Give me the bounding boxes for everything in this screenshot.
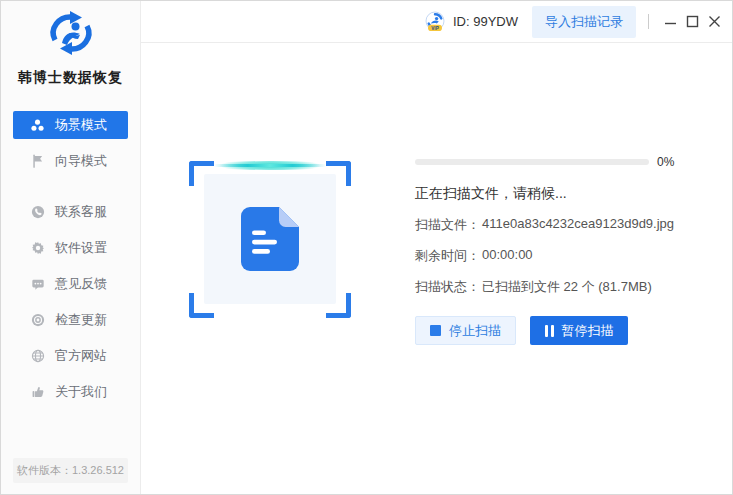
titlebar: VIP ID: 99YDW 导入扫描记录 (141, 1, 732, 43)
pause-icon (545, 325, 554, 337)
detail-row-scan-state: 扫描状态： 已扫描到文件 22 个 (81.7MB) (415, 278, 715, 296)
flag-icon (30, 154, 45, 169)
sidebar-menu: 场景模式 向导模式 联系客服 软件设置 (1, 111, 140, 406)
scan-page: 0% 正在扫描文件，请稍候... 扫描文件： 411e0a83c4232cea9… (141, 43, 732, 494)
document-file-icon (241, 207, 299, 271)
scan-actions: 停止扫描 暂停扫描 (415, 316, 715, 345)
sidebar-item-check-updates[interactable]: 检查更新 (13, 306, 128, 334)
main-area: VIP ID: 99YDW 导入扫描记录 (141, 1, 732, 494)
scan-frame (189, 161, 351, 318)
detail-row-current-file: 扫描文件： 411e0a83c4232cea9123d9d9.jpg (415, 216, 715, 234)
progress-bar (415, 159, 649, 165)
sidebar-item-feedback[interactable]: 意见反馈 (13, 270, 128, 298)
scan-beam (203, 161, 337, 170)
pause-scan-button[interactable]: 暂停扫描 (530, 316, 628, 345)
detail-label: 剩余时间： (415, 247, 480, 265)
detail-label: 扫描状态： (415, 278, 480, 296)
scan-preview-box (204, 174, 336, 304)
minimize-button[interactable] (660, 9, 680, 35)
globe-icon (30, 349, 45, 364)
sidebar-item-wizard-mode[interactable]: 向导模式 (13, 147, 128, 175)
scene-mode-icon (30, 118, 45, 133)
update-icon (30, 313, 45, 328)
phone-support-icon (30, 205, 45, 220)
detail-value: 已扫描到文件 22 个 (81.7MB) (482, 278, 652, 296)
progress-row: 0% (415, 155, 715, 169)
version-badge: 软件版本：1.3.26.512 (13, 458, 128, 483)
app-logo: 韩博士数据恢复 (1, 1, 140, 87)
stop-scan-button[interactable]: 停止扫描 (415, 316, 516, 345)
brand-logo-icon (47, 11, 95, 57)
sidebar-item-label: 意见反馈 (55, 275, 107, 293)
sidebar-item-label: 场景模式 (55, 116, 107, 134)
scan-info-panel: 0% 正在扫描文件，请稍候... 扫描文件： 411e0a83c4232cea9… (415, 155, 715, 345)
pause-scan-label: 暂停扫描 (562, 322, 614, 340)
detail-row-time-remaining: 剩余时间： 00:00:00 (415, 247, 715, 265)
sidebar-item-settings[interactable]: 软件设置 (13, 234, 128, 262)
sidebar-item-contact-support[interactable]: 联系客服 (13, 198, 128, 226)
sidebar-item-label: 联系客服 (55, 203, 107, 221)
sidebar-item-label: 官方网站 (55, 347, 107, 365)
gear-icon (30, 241, 45, 256)
sidebar-item-label: 关于我们 (55, 383, 107, 401)
sidebar-item-official-website[interactable]: 官方网站 (13, 342, 128, 370)
sidebar-item-label: 软件设置 (55, 239, 107, 257)
import-scan-records-button[interactable]: 导入扫描记录 (532, 6, 636, 38)
about-us-icon (30, 385, 45, 400)
maximize-button[interactable] (682, 9, 702, 35)
detail-value: 00:00:00 (482, 247, 533, 265)
sidebar: 韩博士数据恢复 场景模式 向导模式 联系客服 (1, 1, 141, 494)
svg-text:VIP: VIP (431, 25, 438, 30)
sidebar-item-about-us[interactable]: 关于我们 (13, 378, 128, 406)
app-window: 韩博士数据恢复 场景模式 向导模式 联系客服 (1, 1, 732, 494)
sidebar-item-scene-mode[interactable]: 场景模式 (13, 111, 128, 139)
close-button[interactable] (704, 9, 724, 35)
detail-value: 411e0a83c4232cea9123d9d9.jpg (482, 216, 674, 234)
progress-percent: 0% (657, 155, 674, 169)
sidebar-item-label: 检查更新 (55, 311, 107, 329)
vip-badge-icon: VIP (424, 11, 446, 33)
detail-label: 扫描文件： (415, 216, 480, 234)
stop-scan-label: 停止扫描 (449, 322, 501, 340)
titlebar-separator (648, 14, 649, 29)
stop-icon (430, 325, 441, 336)
scan-status-message: 正在扫描文件，请稍候... (415, 185, 715, 203)
user-id-label: ID: 99YDW (453, 14, 518, 29)
app-name: 韩博士数据恢复 (1, 69, 140, 87)
chat-feedback-icon (30, 277, 45, 292)
sidebar-item-label: 向导模式 (55, 152, 107, 170)
